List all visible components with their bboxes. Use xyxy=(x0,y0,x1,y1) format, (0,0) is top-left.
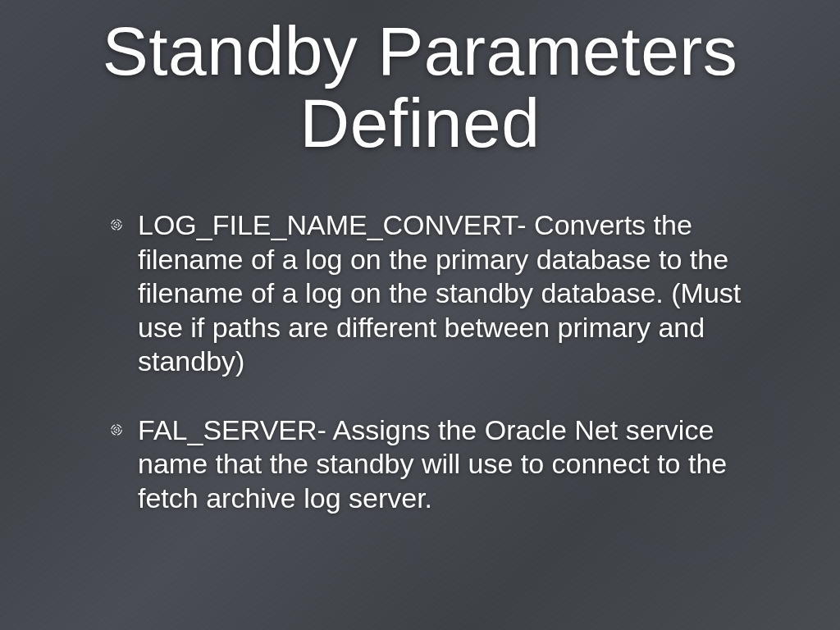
bullet-item: LOG_FILE_NAME_CONVERT- Converts the file… xyxy=(138,208,766,378)
slide-body: LOG_FILE_NAME_CONVERT- Converts the file… xyxy=(49,208,791,515)
svg-point-2 xyxy=(116,224,117,226)
svg-point-5 xyxy=(116,429,117,431)
slide: Standby Parameters Defined LOG_FILE_NAME… xyxy=(0,0,840,630)
bullet-text: FAL_SERVER- Assigns the Oracle Net servi… xyxy=(138,414,727,514)
swirl-bullet-icon xyxy=(110,218,123,231)
bullet-text: LOG_FILE_NAME_CONVERT- Converts the file… xyxy=(138,209,741,377)
swirl-bullet-icon xyxy=(110,423,123,436)
slide-title: Standby Parameters Defined xyxy=(49,15,791,159)
bullet-item: FAL_SERVER- Assigns the Oracle Net servi… xyxy=(138,413,766,515)
